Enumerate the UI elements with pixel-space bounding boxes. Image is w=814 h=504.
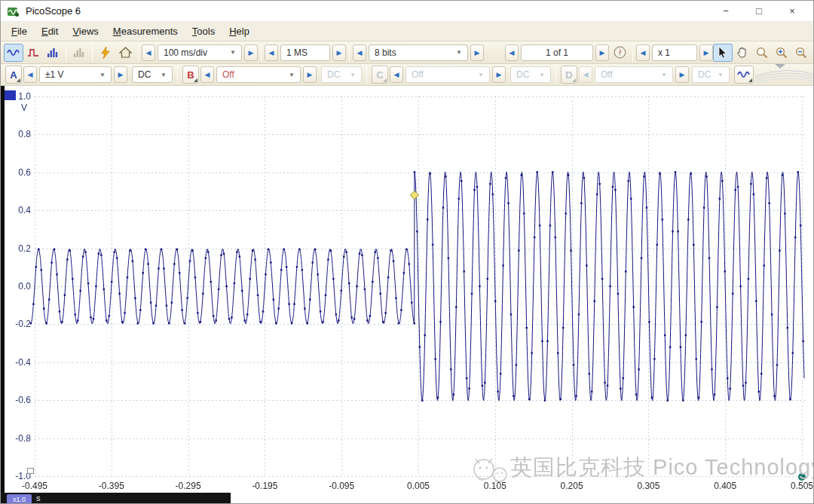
timebase-next-button[interactable]: ▶ bbox=[244, 44, 258, 61]
y-tick-label: 0.6 bbox=[1, 166, 31, 179]
channel-c-range-control: ◀ Off ▼ ▶ bbox=[390, 66, 506, 83]
spectrum-bars-gray-icon bbox=[73, 47, 85, 58]
channel-b-range-next-button[interactable]: ▶ bbox=[303, 66, 317, 83]
cursor-arrow-icon bbox=[718, 47, 727, 59]
channel-a-coupling-value: DC bbox=[138, 69, 151, 80]
channel-a-range-prev-button[interactable]: ◀ bbox=[23, 66, 37, 83]
normal-selection-button[interactable] bbox=[713, 44, 733, 62]
channel-a-button[interactable]: A bbox=[5, 66, 22, 84]
channel-d-button[interactable]: D bbox=[561, 66, 577, 84]
channel-d-range-next-button[interactable]: ▶ bbox=[675, 66, 689, 83]
title-bar: PicoScope 6 − □ × bbox=[1, 1, 813, 22]
x-tick-label: -0.295 bbox=[164, 481, 213, 491]
buffer-next-button[interactable]: ▶ bbox=[595, 44, 609, 61]
channel-c-button[interactable]: C bbox=[372, 66, 388, 84]
x-tick-label: 0.305 bbox=[624, 481, 672, 491]
home-icon bbox=[119, 47, 132, 58]
timebase-control: ◀ 100 ms/div ▼ ▶ bbox=[142, 44, 258, 61]
channel-a-range-next-button[interactable]: ▶ bbox=[114, 66, 127, 83]
menu-item-help[interactable]: Help bbox=[229, 26, 249, 37]
chevron-down-icon: ▼ bbox=[711, 72, 724, 78]
channel-c-coupling-value: DC bbox=[516, 69, 529, 80]
home-button[interactable] bbox=[115, 44, 135, 62]
auto-setup-button[interactable] bbox=[96, 44, 115, 62]
timebase-select[interactable]: 100 ms/div ▼ bbox=[158, 44, 242, 61]
channels-toolbar: A ◀ ±1 V ▼ ▶ DC ▼ B ◀ Off ▼ ▶ DC ▼ bbox=[1, 64, 813, 86]
close-button[interactable]: × bbox=[776, 2, 809, 21]
chevron-down-icon: ▼ bbox=[655, 72, 667, 78]
channel-b-range-prev-button[interactable]: ◀ bbox=[200, 66, 214, 83]
y-tick-label: -0.8 bbox=[1, 432, 31, 444]
left-edge-strip bbox=[1, 86, 5, 504]
buffer-prev-button[interactable]: ◀ bbox=[505, 44, 519, 61]
separator bbox=[555, 66, 556, 84]
bottom-overview-band bbox=[1, 493, 231, 504]
main-toolbar: ◀ 100 ms/div ▼ ▶ ◀ 1 MS ▶ ◀ 8 bits ▼ ▶ ◀ bbox=[1, 41, 813, 64]
channel-d-coupling-value: DC bbox=[698, 69, 711, 80]
resolution-select[interactable]: 8 bits ▼ bbox=[369, 44, 468, 61]
zoom-indicator: x 1 bbox=[652, 44, 697, 61]
persistence-view-button[interactable] bbox=[23, 44, 43, 62]
samples-next-button[interactable]: ▶ bbox=[332, 44, 346, 61]
x-tick-label: 0.505 bbox=[778, 481, 814, 491]
channel-c-range-next-button[interactable]: ▶ bbox=[492, 66, 506, 83]
menu-item-views[interactable]: Views bbox=[72, 26, 98, 37]
samples-prev-button[interactable]: ◀ bbox=[265, 44, 278, 61]
separator bbox=[366, 66, 367, 84]
zoom-prev-button[interactable]: ◀ bbox=[636, 44, 650, 61]
chevron-down-icon: ▼ bbox=[472, 72, 484, 78]
channel-b-coupling-value: DC bbox=[327, 69, 340, 80]
channel-d-range-prev-button[interactable]: ◀ bbox=[579, 66, 592, 83]
sine-wave-icon bbox=[7, 47, 20, 58]
zoom-value: x 1 bbox=[658, 47, 670, 58]
channel-b-button[interactable]: B bbox=[182, 66, 199, 84]
zoom-in-button[interactable] bbox=[772, 44, 791, 62]
channel-c-range-value: Off bbox=[412, 69, 424, 80]
spectrum-bars-icon bbox=[47, 47, 59, 58]
scope-view: 1.00.80.60.40.20.0-0.2-0.4-0.6-0.8-1.0-0… bbox=[1, 86, 813, 504]
chevron-down-icon: ▼ bbox=[283, 72, 295, 78]
zoom-window-button[interactable] bbox=[752, 44, 772, 62]
channel-b-range-select[interactable]: Off ▼ bbox=[216, 66, 301, 83]
resolution-prev-button[interactable]: ◀ bbox=[353, 44, 366, 61]
waveform-canvas[interactable] bbox=[1, 86, 814, 504]
channel-c-range-prev-button[interactable]: ◀ bbox=[390, 66, 403, 83]
hand-pan-button[interactable] bbox=[733, 44, 752, 62]
resolution-next-button[interactable]: ▶ bbox=[470, 44, 484, 61]
x-tick-label: -0.395 bbox=[87, 481, 136, 491]
channel-b-coupling-select: DC ▼ bbox=[321, 66, 362, 83]
menu-bar: FileEditViewsMeasurementsToolsHelp bbox=[1, 22, 813, 41]
undo-zoom-button bbox=[811, 44, 813, 62]
menu-item-file[interactable]: File bbox=[11, 26, 27, 37]
math-channels-button[interactable] bbox=[734, 66, 754, 84]
lightning-icon bbox=[100, 47, 111, 59]
separator bbox=[349, 44, 350, 62]
pulse-icon bbox=[27, 47, 39, 58]
y-axis-offset-handle[interactable] bbox=[27, 468, 34, 474]
buffer-overview-button[interactable] bbox=[610, 44, 629, 62]
resolution-value: 8 bits bbox=[375, 47, 396, 58]
timebase-value: 100 ms/div bbox=[164, 47, 207, 58]
channel-b-range-value: Off bbox=[222, 69, 234, 80]
samples-input[interactable]: 1 MS bbox=[280, 44, 330, 61]
spectrum-view-button[interactable] bbox=[43, 44, 63, 62]
scope-view-button[interactable] bbox=[4, 44, 23, 62]
channel-d-range-control: ◀ Off ▼ ▶ bbox=[579, 66, 689, 83]
minimize-button[interactable]: − bbox=[709, 2, 742, 21]
channel-a-axis-handle[interactable] bbox=[5, 90, 16, 100]
zoom-next-button[interactable]: ▶ bbox=[699, 44, 713, 61]
maximize-button[interactable]: □ bbox=[742, 2, 776, 21]
y-tick-label: 0.8 bbox=[1, 128, 31, 140]
y-axis-unit: V bbox=[1, 102, 31, 113]
menu-item-measurements[interactable]: Measurements bbox=[113, 26, 178, 37]
x-tick-label: -0.495 bbox=[11, 481, 59, 491]
menu-item-tools[interactable]: Tools bbox=[192, 26, 215, 37]
menu-item-edit[interactable]: Edit bbox=[41, 26, 58, 37]
picoscope-window: PicoScope 6 − □ × FileEditViewsMeasureme… bbox=[0, 0, 814, 504]
channel-a-range-select[interactable]: ±1 V ▼ bbox=[39, 66, 112, 83]
zoom-factor-badge[interactable]: x1.0 bbox=[7, 494, 32, 504]
channel-a-coupling-select[interactable]: DC ▼ bbox=[132, 66, 173, 83]
timebase-prev-button[interactable]: ◀ bbox=[142, 44, 155, 61]
zoom-out-button[interactable] bbox=[791, 44, 811, 62]
separator bbox=[632, 44, 633, 62]
